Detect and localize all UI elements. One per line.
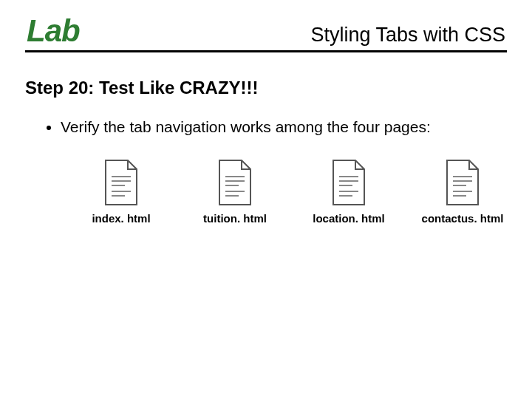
document-icon: [216, 159, 253, 206]
file-label: contactus. html: [422, 212, 504, 225]
bullet-list: Verify the tab navigation works among th…: [25, 117, 507, 137]
file-label: index. html: [92, 212, 150, 225]
file-row: index. html tuition. html: [77, 159, 507, 225]
file-label: tuition. html: [203, 212, 267, 225]
file-item: index. html: [77, 159, 166, 225]
document-icon: [330, 159, 367, 206]
bullet-item: Verify the tab navigation works among th…: [61, 117, 445, 137]
document-icon: [103, 159, 140, 206]
file-item: location. html: [304, 159, 393, 225]
file-label: location. html: [313, 212, 385, 225]
slide: Lab Styling Tabs with CSS Step 20: Test …: [0, 0, 532, 225]
document-icon: [444, 159, 481, 206]
file-item: tuition. html: [191, 159, 279, 225]
header-row: Lab Styling Tabs with CSS: [25, 13, 507, 52]
lab-label: Lab: [27, 13, 80, 49]
page-title: Styling Tabs with CSS: [310, 24, 505, 47]
file-item: contactus. html: [418, 159, 507, 225]
step-heading: Step 20: Test Like CRAZY!!!: [25, 78, 507, 98]
